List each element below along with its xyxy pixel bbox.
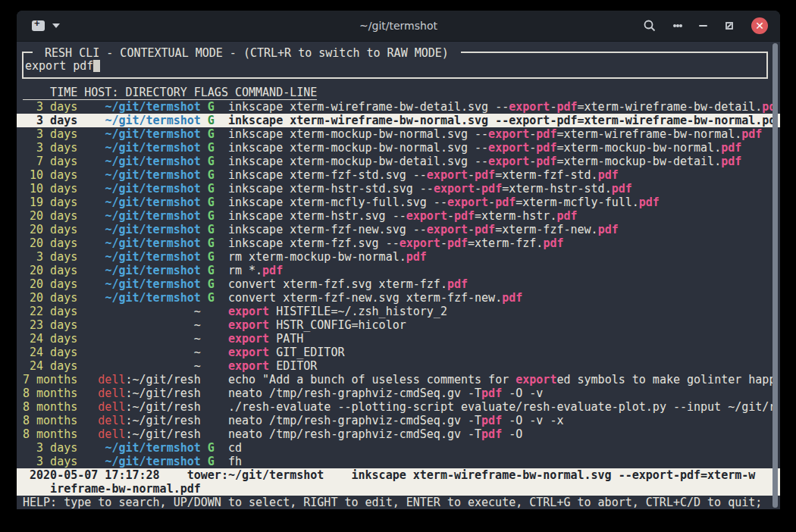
spacer	[201, 168, 208, 182]
spacer	[215, 236, 228, 250]
history-row[interactable]: 10 days ~/git/termshot G inkscape xterm-…	[17, 168, 780, 182]
command-cell: =xterm-mcfly-full.	[516, 196, 639, 209]
history-row[interactable]: 24 days ~ export PATH	[17, 332, 780, 346]
spacer	[201, 346, 228, 359]
command-match: pdf	[481, 386, 502, 400]
time-cell: 20 days	[23, 236, 77, 250]
flags-cell: G	[208, 141, 215, 155]
history-row[interactable]: 8 months dell:~/git/resh ./resh-evaluate…	[17, 400, 780, 414]
history-row[interactable]: 20 days ~/git/termshot G convert xterm-f…	[17, 291, 780, 305]
command-match: export	[488, 141, 529, 155]
history-row[interactable]: 20 days ~/git/termshot G inkscape xterm-…	[17, 236, 780, 250]
directory-cell: :~/git/resh	[125, 400, 200, 414]
history-row[interactable]: 3 days ~/git/termshot G rm xterm-mockup-…	[17, 250, 780, 264]
new-tab-button[interactable]	[32, 20, 45, 31]
spacer	[215, 291, 228, 305]
time-cell: 3 days	[23, 250, 77, 264]
history-row[interactable]: 23 days ~ export HSTR_CONFIG=hicolor	[17, 318, 780, 332]
time-cell: 3 days	[23, 141, 77, 155]
spacer	[77, 250, 105, 264]
restore-button[interactable]	[724, 20, 735, 31]
directory-cell: ~/git/termshot	[105, 196, 200, 209]
directory-cell: :~/git/resh	[125, 414, 200, 427]
command-cell: inkscape xterm-wireframe-bw-detail.svg -…	[228, 100, 509, 114]
command-match: pdf	[556, 114, 577, 127]
command-match: pdf	[556, 100, 577, 114]
spacer	[201, 277, 208, 291]
terminal-screen[interactable]: RESH CLI - CONTEXTUAL MODE - (CTRL+R to …	[17, 42, 780, 509]
command-cell: -O	[502, 427, 522, 441]
directory-cell: :~/git/resh	[125, 427, 200, 441]
spacer	[215, 264, 228, 277]
time-cell: 19 days	[23, 196, 77, 209]
directory-cell: ~/git/termshot	[105, 127, 200, 141]
tab-dropdown-button[interactable]	[52, 23, 60, 28]
flags-cell: G	[208, 100, 215, 114]
history-row[interactable]: 24 days ~ export GIT_EDITOR	[17, 346, 780, 359]
titlebar[interactable]: ~/git/termshot ✕	[17, 11, 780, 42]
command-match: export	[427, 168, 468, 182]
spacer	[201, 250, 208, 264]
time-cell: 3 days	[23, 441, 77, 455]
host-cell: dell	[98, 386, 125, 400]
history-row[interactable]: 20 days ~/git/termshot G rm *.pdf	[17, 264, 780, 277]
time-cell: 10 days	[23, 168, 77, 182]
command-cell: inkscape xterm-mockup-bw-normal.svg --	[228, 127, 488, 141]
flags-cell: G	[208, 196, 215, 209]
time-cell: 3 days	[23, 127, 77, 141]
history-row[interactable]: 3 days ~/git/termshot G inkscape xterm-m…	[17, 141, 780, 155]
directory-cell: ~/git/termshot	[105, 141, 200, 155]
history-row[interactable]: 8 months dell:~/git/resh neato /tmp/resh…	[17, 386, 780, 400]
spacer	[77, 114, 105, 127]
history-row[interactable]: 3 days ~/git/termshot G inkscape xterm-w…	[17, 114, 780, 127]
history-row[interactable]: 7 days ~/git/termshot G inkscape xterm-m…	[17, 155, 780, 168]
directory-cell: ~	[194, 318, 201, 332]
history-row[interactable]: 3 days ~/git/termshot G inkscape xterm-m…	[17, 127, 780, 141]
search-button[interactable]	[643, 19, 657, 33]
flags-cell: G	[208, 236, 215, 250]
command-match: pdf	[639, 196, 660, 209]
spacer	[201, 305, 228, 318]
history-row[interactable]: 8 months dell:~/git/resh neato /tmp/resh…	[17, 427, 780, 441]
search-icon	[643, 19, 657, 33]
close-button[interactable]: ✕	[751, 17, 768, 34]
directory-cell: ~/git/termshot	[105, 277, 200, 291]
history-row[interactable]: 20 days ~/git/termshot G inkscape xterm-…	[17, 209, 780, 223]
history-row[interactable]: 20 days ~/git/termshot G convert xterm-f…	[17, 277, 780, 291]
spacer	[77, 141, 105, 155]
history-row[interactable]: 19 days ~/git/termshot G inkscape xterm-…	[17, 196, 780, 209]
spacer	[215, 196, 228, 209]
spacer	[201, 359, 228, 373]
spacer	[201, 373, 228, 386]
directory-cell: ~/git/termshot	[105, 100, 200, 114]
time-cell: 3 days	[23, 114, 77, 127]
history-row[interactable]: 22 days ~ export HISTFILE=~/.zsh_history…	[17, 305, 780, 318]
flags-cell: G	[208, 441, 215, 455]
history-row[interactable]: 24 days ~ export EDITOR	[17, 359, 780, 373]
history-row[interactable]: 3 days ~/git/termshot G fh	[17, 455, 780, 468]
time-cell: 8 months	[23, 427, 77, 441]
minimize-button[interactable]	[699, 25, 707, 27]
history-row[interactable]: 3 days ~/git/termshot G cd	[17, 441, 780, 455]
history-row[interactable]: 20 days ~/git/termshot G inkscape xterm-…	[17, 223, 780, 236]
spacer	[201, 455, 208, 468]
menu-button[interactable]	[673, 23, 682, 29]
history-row[interactable]: 8 months dell:~/git/resh neato /tmp/resh…	[17, 414, 780, 427]
command-cell: =xterm-wireframe-bw-detail.	[578, 100, 763, 114]
spacer	[201, 209, 208, 223]
spacer	[215, 209, 228, 223]
search-input[interactable]: export pdf	[25, 59, 100, 73]
spacer	[77, 346, 194, 359]
scrollbar-thumb[interactable]	[772, 43, 778, 508]
spacer	[201, 236, 208, 250]
history-row[interactable]: 7 months dell:~/git/resh echo "Add a bun…	[17, 373, 780, 386]
time-cell: 8 months	[23, 414, 77, 427]
command-match: export	[228, 359, 269, 373]
command-match: pdf	[721, 155, 741, 168]
help-bar: HELP: type to search, UP/DOWN to select,…	[17, 496, 780, 509]
history-row[interactable]: 10 days ~/git/termshot G inkscape xterm-…	[17, 182, 780, 196]
directory-cell: ~/git/termshot	[105, 236, 200, 250]
text-cursor	[93, 60, 100, 72]
history-row[interactable]: 3 days ~/git/termshot G inkscape xterm-w…	[17, 100, 780, 114]
spacer	[77, 182, 105, 196]
